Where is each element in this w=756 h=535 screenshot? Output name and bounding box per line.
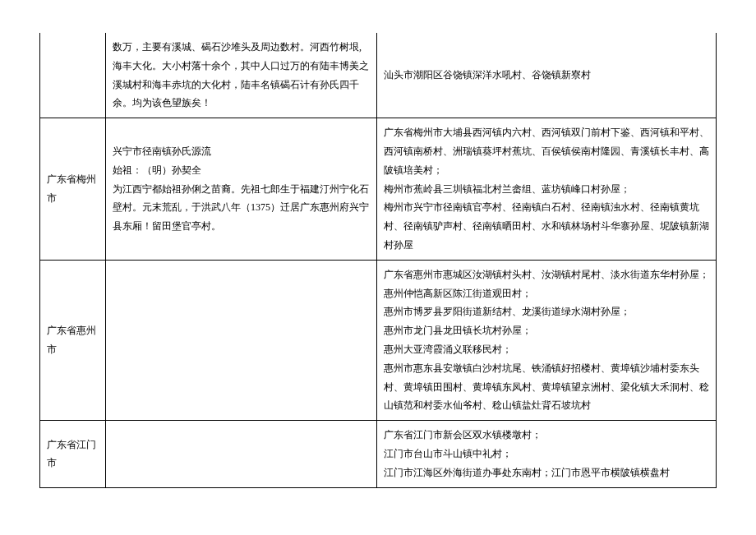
table-row: 广东省江门市 广东省江门市新会区双水镇楼墩村； 江门市台山市斗山镇中礼村； 江门… xyxy=(40,421,717,487)
city-cell: 广东省江门市 xyxy=(40,421,106,487)
villages-cell: 广东省惠州市惠城区汝湖镇村头村、汝湖镇村尾村、淡水街道东华村孙屋； 惠州仲恺高新… xyxy=(377,260,717,420)
origin-cell: 兴宁市径南镇孙氏源流 始祖：（明）孙契全 为江西宁都始祖孙俐之苗裔。先祖七郎生于… xyxy=(106,118,377,261)
city-cell xyxy=(40,33,106,118)
table-row: 数万，主要有溪城、碣石沙堆头及周边数村。河西竹树垠,海丰大化。大小村落十余个，其… xyxy=(40,33,717,118)
city-cell: 广东省惠州市 xyxy=(40,260,106,420)
table-row: 广东省惠州市 广东省惠州市惠城区汝湖镇村头村、汝湖镇村尾村、淡水街道东华村孙屋；… xyxy=(40,260,717,420)
villages-cell: 广东省梅州市大埔县西河镇内六村、西河镇双门前村下鉴、西河镇和平村、西河镇南桥村、… xyxy=(377,118,717,261)
villages-cell: 广东省江门市新会区双水镇楼墩村； 江门市台山市斗山镇中礼村； 江门市江海区外海街… xyxy=(377,421,717,487)
city-cell: 广东省梅州市 xyxy=(40,118,106,261)
origin-cell xyxy=(106,260,377,420)
genealogy-table: 数万，主要有溪城、碣石沙堆头及周边数村。河西竹树垠,海丰大化。大小村落十余个，其… xyxy=(39,33,717,488)
table-row: 广东省梅州市 兴宁市径南镇孙氏源流 始祖：（明）孙契全 为江西宁都始祖孙俐之苗裔… xyxy=(40,118,717,261)
origin-cell: 数万，主要有溪城、碣石沙堆头及周边数村。河西竹树垠,海丰大化。大小村落十余个，其… xyxy=(106,33,377,118)
villages-cell: 汕头市潮阳区谷饶镇深洋水吼村、谷饶镇新寮村 xyxy=(377,33,717,118)
origin-cell xyxy=(106,421,377,487)
